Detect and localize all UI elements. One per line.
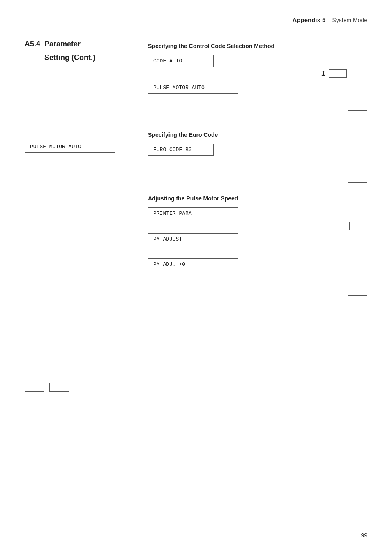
code-auto-text: CODE AUTO	[153, 58, 182, 64]
left-lcd-pulse-motor-text: PULSE MOTOR AUTO	[30, 144, 81, 150]
left-btn-2[interactable]	[49, 383, 69, 392]
euro-code-lcd: EURO CODE B0	[148, 144, 214, 156]
section-pulse-motor-speed: Adjusting the Pulse Motor Speed PRINTER …	[148, 195, 367, 296]
code-auto-row: CODE AUTO	[148, 55, 367, 67]
bottom-divider	[25, 526, 367, 526]
section-title-line1: Parameter	[44, 39, 95, 49]
right-column: Specifying the Control Code Selection Me…	[148, 39, 367, 392]
euro-code-title: Specifying the Euro Code	[148, 131, 367, 138]
pm-small-btn[interactable]	[148, 248, 166, 256]
code-auto-lcd: CODE AUTO	[148, 55, 214, 67]
section3-btn1[interactable]	[349, 222, 367, 230]
pm-adjust-row: PM ADJUST	[148, 233, 367, 245]
btn-cursor-right[interactable]	[329, 69, 347, 78]
pm-small-btn-row	[148, 248, 367, 256]
cursor-char: I	[321, 69, 325, 78]
page-container: Appendix 5 System Mode A5.4 Parameter Se…	[0, 0, 392, 555]
printer-para-row: PRINTER PARA	[148, 207, 367, 219]
pm-adj-text: PM ADJ. +0	[153, 261, 185, 267]
section3-final-btn-row	[148, 287, 367, 296]
pulse-motor-row: PULSE MOTOR AUTO	[148, 82, 367, 94]
pulse-motor-text: PULSE MOTOR AUTO	[153, 85, 205, 91]
main-layout: A5.4 Parameter Setting (Cont.) PULSE MOT…	[25, 39, 367, 392]
control-code-title: Specifying the Control Code Selection Me…	[148, 43, 367, 49]
pm-adjust-text: PM ADJUST	[153, 236, 182, 242]
section1-confirm-btn[interactable]	[348, 110, 367, 119]
section3-btn1-row	[148, 222, 367, 230]
section-title-line2: Setting (Cont.)	[44, 53, 95, 62]
pulse-motor-speed-title: Adjusting the Pulse Motor Speed	[148, 195, 367, 202]
section1-btn-row	[148, 110, 367, 119]
section-number: A5.4	[25, 40, 40, 48]
left-btn-1[interactable]	[25, 383, 44, 392]
section2-btn-row	[148, 174, 367, 183]
printer-para-lcd: PRINTER PARA	[148, 207, 238, 219]
system-mode-label: System Mode	[332, 17, 367, 23]
left-lcd-pulse-motor: PULSE MOTOR AUTO	[25, 141, 115, 153]
left-display-area-1: PULSE MOTOR AUTO	[25, 141, 140, 153]
section3-final-btn[interactable]	[348, 287, 367, 296]
pm-adj-lcd: PM ADJ. +0	[148, 258, 238, 270]
pulse-motor-lcd: PULSE MOTOR AUTO	[148, 82, 238, 94]
euro-code-row: EURO CODE B0	[148, 144, 367, 156]
pm-adjust-lcd: PM ADJUST	[148, 233, 238, 245]
page-number: 99	[361, 532, 367, 539]
two-btns-row	[25, 383, 140, 392]
left-display-area-2	[25, 383, 140, 392]
printer-para-text: PRINTER PARA	[153, 210, 192, 216]
section-euro-code: Specifying the Euro Code EURO CODE B0	[148, 131, 367, 183]
euro-code-text: EURO CODE B0	[153, 147, 192, 153]
pm-adj-row: PM ADJ. +0	[148, 258, 367, 270]
section2-confirm-btn[interactable]	[348, 174, 367, 183]
cursor-row: I	[148, 69, 367, 78]
page-header: Appendix 5 System Mode	[25, 16, 367, 27]
left-column: A5.4 Parameter Setting (Cont.) PULSE MOT…	[25, 39, 148, 392]
section-control-code: Specifying the Control Code Selection Me…	[148, 43, 367, 119]
appendix-label: Appendix 5	[293, 16, 326, 23]
